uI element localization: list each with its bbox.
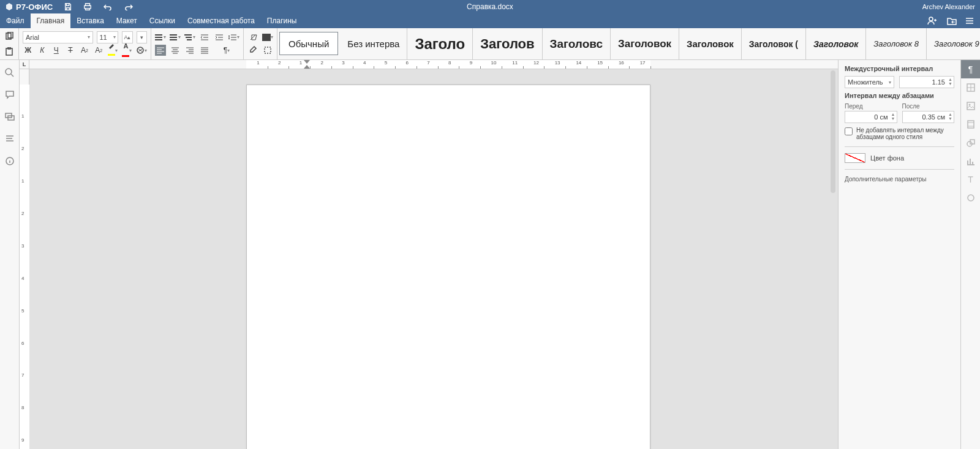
numbering-button[interactable]: ▾ — [170, 32, 181, 43]
align-center-button[interactable] — [170, 45, 181, 56]
strike-button[interactable]: Т — [65, 45, 75, 56]
print-icon[interactable] — [83, 2, 92, 11]
vertical-scrollbar[interactable] — [831, 69, 837, 448]
tab-insert[interactable]: Вставка — [70, 13, 110, 28]
ribbon: Arial▾ 11▾ A▴ ▾ Ж К Ч Т A2 A2 ▾ A▾ ▾ ▾ ▾… — [0, 28, 980, 60]
tab-plugins[interactable]: Плагины — [261, 13, 303, 28]
font-color-button[interactable]: A▾ — [122, 45, 132, 56]
multilevel-button[interactable]: ▾ — [184, 32, 195, 43]
header-footer-icon[interactable] — [961, 115, 981, 134]
paragraph-panel: Междустрочный интервал Множитель▾ 1.15▲▼… — [838, 60, 960, 449]
chart-settings-icon[interactable] — [961, 152, 981, 170]
align-justify-button[interactable] — [199, 45, 210, 56]
line-spacing-value[interactable]: 1.15▲▼ — [899, 76, 955, 88]
style-heading4[interactable]: Заголовок — [611, 28, 679, 59]
canvas-area: L 121234567891011121314151617 1212345678… — [20, 60, 838, 449]
align-left-button[interactable] — [155, 45, 166, 56]
image-settings-icon[interactable] — [961, 97, 981, 115]
styles-gallery: Обычный Без интерва Заголо Заголов Загол… — [277, 28, 980, 59]
italic-button[interactable]: К — [37, 45, 47, 56]
svg-point-13 — [968, 104, 970, 106]
style-heading7[interactable]: Заголовок — [806, 28, 866, 59]
tab-home[interactable]: Главная — [31, 13, 71, 28]
hamburger-icon[interactable] — [965, 17, 974, 25]
align-right-button[interactable] — [184, 45, 195, 56]
tab-layout[interactable]: Макет — [110, 13, 143, 28]
highlight-color-button[interactable]: ▾ — [108, 45, 118, 56]
menu-bar: Файл Главная Вставка Макет Ссылки Совмес… — [0, 13, 980, 28]
decrease-indent-button[interactable] — [199, 32, 210, 43]
decrease-font-icon[interactable]: ▾ — [137, 31, 147, 43]
tab-collab[interactable]: Совместная работа — [181, 13, 261, 28]
user-name[interactable]: Archev Alexander — [922, 3, 975, 10]
svg-rect-6 — [265, 47, 271, 53]
spacing-before-label: Перед — [845, 103, 897, 110]
style-heading3[interactable]: Заголовс — [543, 28, 611, 59]
paragraph-spacing-label: Интервал между абзацами — [845, 92, 954, 99]
font-name-select[interactable]: Arial▾ — [23, 31, 93, 43]
font-size-select[interactable]: 11▾ — [97, 31, 118, 43]
underline-button[interactable]: Ч — [51, 45, 61, 56]
line-spacing-mode-select[interactable]: Множитель▾ — [845, 76, 894, 88]
open-folder-icon[interactable] — [947, 17, 957, 25]
advanced-settings-link[interactable]: Дополнительные параметры — [845, 176, 954, 183]
background-color-picker[interactable] — [845, 153, 865, 163]
text-art-icon[interactable]: T — [961, 170, 981, 189]
headings-icon[interactable] — [4, 134, 15, 145]
background-color-label: Цвет фона — [870, 154, 904, 162]
redo-icon[interactable] — [124, 3, 134, 10]
style-no-spacing[interactable]: Без интерва — [340, 28, 407, 59]
copy-icon[interactable] — [4, 31, 15, 42]
svg-point-0 — [929, 17, 933, 21]
line-spacing-button[interactable]: ▾ — [228, 32, 239, 43]
search-icon[interactable] — [4, 67, 15, 78]
style-heading2[interactable]: Заголов — [473, 28, 542, 59]
tab-file[interactable]: Файл — [0, 13, 31, 28]
shading-button[interactable]: ▾ — [262, 32, 273, 43]
style-heading8[interactable]: Заголовок 8 — [866, 28, 927, 59]
style-heading9[interactable]: Заголовок 9 — [927, 28, 980, 59]
tab-stop-corner[interactable]: L — [20, 60, 29, 69]
brand-logo: Р7-ОФИС — [5, 2, 53, 12]
style-heading6[interactable]: Заголовок ( — [742, 28, 806, 59]
style-normal[interactable]: Обычный — [279, 32, 338, 55]
tab-references[interactable]: Ссылки — [143, 13, 181, 28]
copy-style-button[interactable] — [247, 45, 258, 56]
no-same-style-spacing-checkbox[interactable]: Не добавлять интервал между абзацами одн… — [845, 127, 954, 140]
spacing-after-label: После — [902, 103, 955, 110]
svg-rect-14 — [968, 121, 974, 128]
change-case-button[interactable]: ▾ — [136, 45, 147, 56]
add-user-icon[interactable] — [927, 17, 938, 25]
document-page[interactable] — [246, 85, 650, 449]
table-settings-icon[interactable] — [961, 78, 981, 97]
nonprinting-button[interactable]: ¶▾ — [221, 45, 232, 56]
shape-settings-icon[interactable] — [961, 134, 981, 152]
paste-icon[interactable] — [4, 46, 15, 57]
spacing-after-input[interactable]: 0.35 см▲▼ — [902, 111, 955, 123]
bullets-button[interactable]: ▾ — [155, 32, 166, 43]
comments-icon[interactable] — [4, 89, 15, 100]
svg-rect-12 — [967, 102, 974, 110]
left-sidebar — [0, 60, 20, 449]
line-spacing-label: Междустрочный интервал — [845, 65, 954, 72]
select-all-button[interactable] — [262, 45, 273, 56]
document-title: Справка.docx — [467, 2, 513, 11]
superscript-button[interactable]: A2 — [80, 45, 90, 56]
horizontal-ruler[interactable]: 121234567891011121314151617 — [29, 60, 838, 69]
mail-merge-icon[interactable] — [961, 189, 981, 207]
style-heading1[interactable]: Заголо — [407, 28, 473, 59]
subscript-button[interactable]: A2 — [94, 45, 104, 56]
increase-indent-button[interactable] — [214, 32, 225, 43]
bold-button[interactable]: Ж — [23, 45, 33, 56]
undo-icon[interactable] — [103, 3, 113, 10]
chat-icon[interactable] — [4, 111, 15, 123]
vertical-ruler[interactable]: 1212345678910111213141516 — [20, 69, 29, 449]
svg-point-7 — [6, 69, 12, 75]
info-icon[interactable] — [4, 156, 15, 167]
spacing-before-input[interactable]: 0 см▲▼ — [845, 111, 897, 123]
save-icon[interactable] — [64, 2, 72, 11]
style-heading5[interactable]: Заголовок — [679, 28, 742, 59]
paragraph-settings-icon[interactable]: ¶ — [961, 60, 981, 78]
clear-format-button[interactable] — [247, 32, 258, 43]
right-icon-rail: ¶ T — [960, 60, 980, 449]
